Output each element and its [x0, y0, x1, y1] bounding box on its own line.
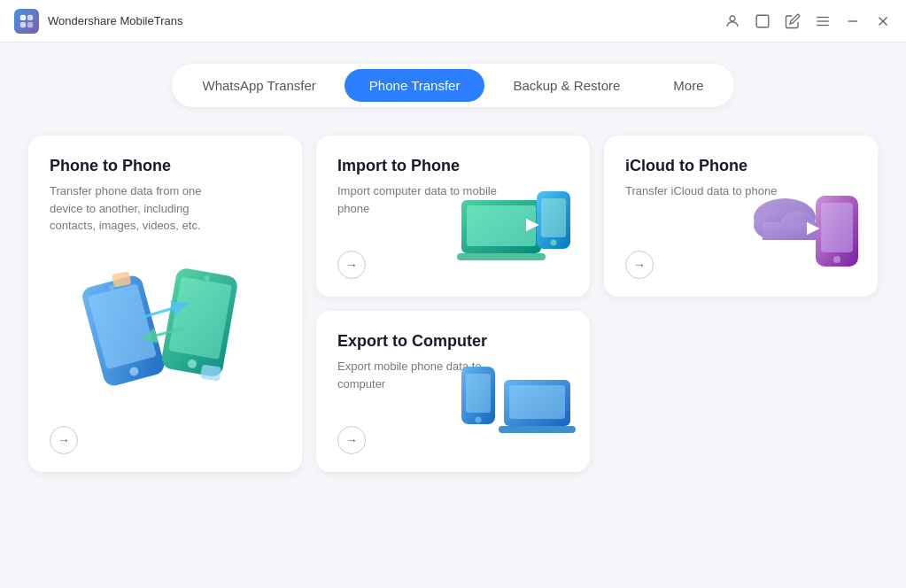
svg-rect-40 [499, 426, 576, 433]
edit-icon[interactable] [784, 12, 801, 30]
card-phone-to-phone-arrow[interactable]: → [50, 426, 78, 454]
account-icon[interactable] [724, 12, 741, 30]
card-export-to-computer[interactable]: Export to Computer Export mobile phone d… [316, 311, 590, 472]
app-title: Wondershare MobileTrans [48, 14, 182, 27]
card-export-title: Export to Computer [337, 332, 569, 351]
svg-rect-0 [20, 14, 26, 19]
card-import-to-phone[interactable]: Import to Phone Import computer data to … [316, 135, 590, 297]
card-export-arrow[interactable]: → [337, 426, 366, 454]
titlebar-left: Wondershare MobileTrans [14, 9, 182, 34]
card-phone-to-phone[interactable]: Phone to Phone Transfer phone data from … [28, 135, 302, 472]
tab-whatsapp-transfer[interactable]: WhatsApp Transfer [177, 69, 340, 102]
svg-rect-5 [756, 15, 769, 27]
titlebar-controls [724, 12, 892, 30]
card-icloud-title: iCloud to Phone [625, 157, 856, 175]
svg-point-27 [551, 240, 557, 246]
svg-rect-23 [467, 205, 536, 246]
window-icon[interactable] [754, 12, 771, 30]
card-phone-to-phone-title: Phone to Phone [50, 157, 281, 175]
svg-point-30 [833, 256, 840, 263]
svg-point-37 [476, 417, 482, 423]
icloud-illustration [740, 174, 869, 279]
svg-rect-13 [87, 283, 156, 369]
phone-to-phone-illustration [68, 224, 263, 419]
minimize-icon[interactable] [844, 12, 862, 30]
svg-rect-3 [27, 21, 33, 27]
main-content: WhatsApp Transfer Phone Transfer Backup … [0, 43, 906, 588]
card-icloud-to-phone[interactable]: iCloud to Phone Transfer iCloud data to … [604, 135, 878, 297]
tab-backup-restore[interactable]: Backup & Restore [488, 69, 645, 102]
tab-more[interactable]: More [648, 69, 728, 102]
card-icloud-arrow[interactable]: → [625, 251, 654, 279]
svg-rect-2 [20, 21, 26, 27]
card-import-title: Import to Phone [337, 157, 569, 175]
card-import-arrow[interactable]: → [337, 251, 366, 279]
titlebar: Wondershare MobileTrans [0, 0, 906, 43]
svg-rect-39 [509, 385, 565, 419]
svg-point-4 [730, 16, 735, 21]
app-icon [14, 9, 39, 34]
svg-rect-1 [27, 14, 33, 19]
cards-grid: Phone to Phone Transfer phone data from … [28, 135, 878, 472]
import-illustration [453, 174, 581, 279]
menu-icon[interactable] [814, 12, 832, 30]
svg-rect-24 [457, 253, 546, 260]
svg-rect-26 [541, 198, 566, 237]
svg-rect-29 [821, 203, 853, 252]
tab-phone-transfer[interactable]: Phone Transfer [345, 69, 485, 102]
tab-navigation: WhatsApp Transfer Phone Transfer Backup … [172, 64, 733, 107]
svg-rect-34 [763, 222, 816, 240]
close-icon[interactable] [874, 12, 892, 30]
svg-rect-36 [466, 374, 491, 413]
export-illustration [453, 358, 581, 454]
svg-rect-21 [199, 365, 221, 382]
